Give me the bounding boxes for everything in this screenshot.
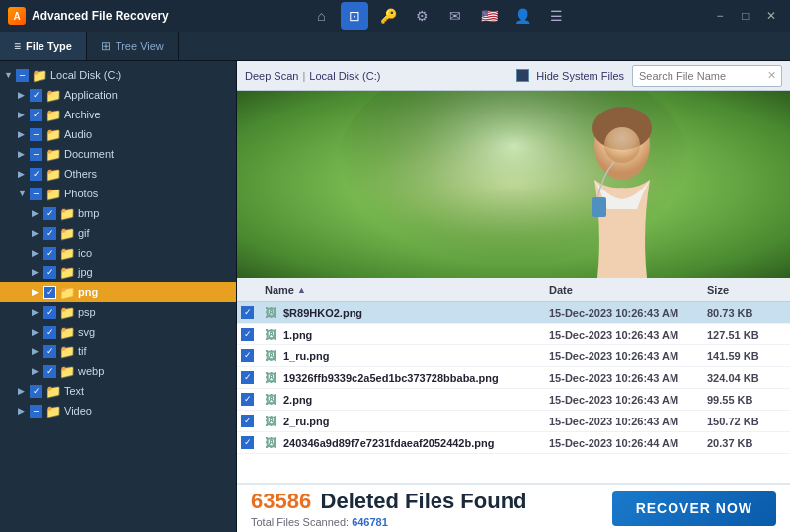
checkbox-video[interactable] bbox=[30, 405, 42, 418]
breadcrumb-separator: | bbox=[302, 70, 305, 82]
search-input[interactable] bbox=[633, 70, 761, 82]
tree-item-gif[interactable]: ▶ 📁 gif bbox=[0, 223, 236, 243]
file-checkbox-5[interactable] bbox=[241, 415, 254, 427]
minimize-button[interactable]: − bbox=[709, 5, 731, 27]
tree-item-archive[interactable]: ▶ 📁 Archive bbox=[0, 105, 236, 124]
expand-icon: ▶ bbox=[32, 287, 41, 297]
file-row[interactable]: 🖼 $R89HKO2.png 15-Dec-2023 10:26:43 AM 8… bbox=[237, 302, 790, 324]
tree-item-document[interactable]: ▶ 📁 Document bbox=[0, 144, 236, 164]
folder-icon: 📁 bbox=[45, 147, 61, 162]
file-list[interactable]: Name ▲ Date Size 🖼 $R89HKO2.png 15-Dec-2… bbox=[237, 278, 790, 483]
expand-icon: ▶ bbox=[32, 208, 41, 218]
tree-item-psp[interactable]: ▶ 📁 psp bbox=[0, 302, 236, 322]
file-name-3: 19326ffb9339c2a5ed1bc373728bbaba.png bbox=[283, 372, 549, 384]
tree-item-video[interactable]: ▶ 📁 Video bbox=[0, 401, 236, 420]
tree-item-svg[interactable]: ▶ 📁 svg bbox=[0, 322, 236, 342]
checkbox-jpg[interactable] bbox=[43, 266, 56, 279]
file-icon: 🖼 bbox=[265, 328, 276, 342]
tree-item-photos[interactable]: ▼ 📁 Photos bbox=[0, 184, 236, 203]
file-row[interactable]: 🖼 2.png 15-Dec-2023 10:26:43 AM 99.55 KB bbox=[237, 389, 790, 411]
hide-system-files-toggle[interactable]: Hide System Files bbox=[516, 69, 624, 82]
scan-icon[interactable]: ⊡ bbox=[341, 2, 368, 30]
file-size-5: 150.72 KB bbox=[707, 416, 786, 427]
checkbox-document[interactable] bbox=[30, 148, 42, 161]
tree-label-document: Document bbox=[64, 148, 114, 160]
tree-item-others[interactable]: ▶ 📁 Others bbox=[0, 164, 236, 184]
checkbox-others[interactable] bbox=[30, 168, 42, 181]
tree-item-webp[interactable]: ▶ 📁 webp bbox=[0, 361, 236, 381]
folder-icon: 📁 bbox=[59, 344, 75, 359]
header-date[interactable]: Date bbox=[549, 284, 707, 296]
checkbox-webp[interactable] bbox=[43, 365, 56, 378]
header-size[interactable]: Size bbox=[707, 284, 786, 296]
mail-icon[interactable]: ✉ bbox=[441, 2, 469, 30]
tree-item-audio[interactable]: ▶ 📁 Audio bbox=[0, 124, 236, 144]
file-checkbox-1[interactable] bbox=[241, 328, 254, 341]
found-text: 63586 Deleted Files Found Total Files Sc… bbox=[251, 489, 612, 528]
header-name[interactable]: Name ▲ bbox=[265, 284, 549, 296]
title-bar-left: A Advanced File Recovery bbox=[8, 7, 169, 25]
tree-container[interactable]: ▼ 📁 Local Disk (C:) ▶ 📁 Application ▶ 📁 … bbox=[0, 61, 236, 532]
tab-tree-view[interactable]: ⊞ Tree View bbox=[87, 32, 179, 60]
recover-now-button[interactable]: RECOVER NOW bbox=[612, 491, 776, 526]
tree-item-local-disk[interactable]: ▼ 📁 Local Disk (C:) bbox=[0, 65, 236, 85]
tree-item-png[interactable]: ▶ 📁 png bbox=[0, 282, 236, 302]
expand-icon: ▶ bbox=[18, 90, 28, 100]
checkbox-gif[interactable] bbox=[43, 227, 56, 240]
menu-icon[interactable]: ☰ bbox=[542, 2, 570, 30]
tree-item-application[interactable]: ▶ 📁 Application bbox=[0, 85, 236, 105]
tab-bar: ≡ File Type ⊞ Tree View bbox=[0, 32, 790, 61]
preview-image bbox=[237, 91, 790, 278]
checkbox-tif[interactable] bbox=[43, 345, 56, 358]
search-clear-button[interactable]: ✕ bbox=[761, 66, 781, 86]
checkbox-psp[interactable] bbox=[43, 306, 56, 319]
close-button[interactable]: ✕ bbox=[760, 5, 782, 27]
file-row[interactable]: 🖼 2_ru.png 15-Dec-2023 10:26:43 AM 150.7… bbox=[237, 411, 790, 432]
checkbox-application[interactable] bbox=[30, 89, 42, 102]
checkbox-png[interactable] bbox=[43, 286, 56, 299]
file-checkbox-2[interactable] bbox=[241, 349, 254, 362]
flag-icon[interactable]: 🇺🇸 bbox=[475, 2, 503, 30]
file-checkbox-4[interactable] bbox=[241, 393, 254, 406]
bottom-bar: 63586 Deleted Files Found Total Files Sc… bbox=[237, 483, 790, 532]
tree-item-jpg[interactable]: ▶ 📁 jpg bbox=[0, 263, 236, 282]
settings-icon[interactable]: ⚙ bbox=[408, 2, 435, 30]
file-row[interactable]: 🖼 19326ffb9339c2a5ed1bc373728bbaba.png 1… bbox=[237, 367, 790, 389]
tab-file-type[interactable]: ≡ File Type bbox=[0, 32, 87, 60]
checkbox-archive[interactable] bbox=[30, 109, 42, 121]
tab-tree-view-label: Tree View bbox=[116, 40, 164, 52]
search-box[interactable]: ✕ bbox=[632, 65, 782, 87]
file-row[interactable]: 🖼 1.png 15-Dec-2023 10:26:43 AM 127.51 K… bbox=[237, 324, 790, 345]
scanned-label: Total Files Scanned: bbox=[251, 516, 349, 528]
tree-label-jpg: jpg bbox=[78, 266, 93, 278]
tree-item-ico[interactable]: ▶ 📁 ico bbox=[0, 243, 236, 263]
folder-icon: 📁 bbox=[32, 68, 47, 83]
file-row[interactable]: 🖼 240346a9d89f7e7231fdaeaf2052442b.png 1… bbox=[237, 432, 790, 454]
file-size-3: 324.04 KB bbox=[707, 372, 786, 384]
tree-item-bmp[interactable]: ▶ 📁 bmp bbox=[0, 203, 236, 223]
tree-label-text: Text bbox=[64, 385, 84, 397]
maximize-button[interactable]: □ bbox=[735, 5, 756, 27]
svg-rect-5 bbox=[592, 197, 606, 217]
checkbox-text[interactable] bbox=[30, 385, 42, 398]
file-date-1: 15-Dec-2023 10:26:43 AM bbox=[549, 329, 707, 341]
checkbox-photos[interactable] bbox=[30, 188, 42, 200]
account-icon[interactable]: 👤 bbox=[509, 2, 536, 30]
file-checkbox-6[interactable] bbox=[241, 436, 254, 449]
key-icon[interactable]: 🔑 bbox=[374, 2, 402, 30]
file-checkbox-3[interactable] bbox=[241, 371, 254, 384]
home-icon[interactable]: ⌂ bbox=[307, 2, 335, 30]
checkbox-svg[interactable] bbox=[43, 326, 56, 339]
file-row[interactable]: 🖼 1_ru.png 15-Dec-2023 10:26:43 AM 141.5… bbox=[237, 345, 790, 367]
checkbox-local-disk[interactable] bbox=[16, 69, 29, 82]
file-checkbox-0[interactable] bbox=[241, 306, 254, 319]
nav-icons: ⌂ ⊡ 🔑 ⚙ ✉ 🇺🇸 👤 ☰ bbox=[307, 2, 570, 30]
tree-item-tif[interactable]: ▶ 📁 tif bbox=[0, 342, 236, 361]
toolbar-right: Hide System Files ✕ bbox=[516, 65, 782, 87]
tree-item-text[interactable]: ▶ 📁 Text bbox=[0, 381, 236, 401]
checkbox-audio[interactable] bbox=[30, 128, 42, 141]
checkbox-ico[interactable] bbox=[43, 247, 56, 260]
checkbox-bmp[interactable] bbox=[43, 207, 56, 220]
hide-sys-checkbox[interactable] bbox=[516, 69, 529, 82]
file-date-0: 15-Dec-2023 10:26:43 AM bbox=[549, 307, 707, 319]
